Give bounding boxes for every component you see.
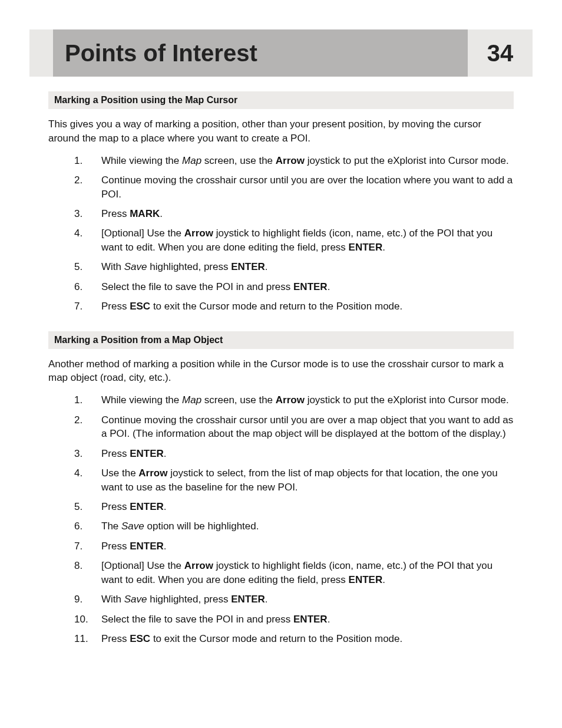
step-text: . <box>160 208 163 219</box>
step-item: 4.Use the Arrow joystick to select, from… <box>74 466 514 494</box>
step-text: ENTER <box>130 541 164 552</box>
step-text: to exit the Cursor mode and return to th… <box>150 633 402 644</box>
step-text: ENTER <box>130 448 164 459</box>
step-number: 3. <box>74 207 92 220</box>
step-text: . <box>328 614 330 625</box>
step-text: ENTER <box>349 574 383 585</box>
step-text: ENTER <box>349 242 383 253</box>
step-text: With <box>101 261 124 272</box>
step-number: 6. <box>74 280 92 294</box>
step-number: 5. <box>74 500 92 513</box>
step-text: option will be highlighted. <box>144 521 259 532</box>
step-text: Use the <box>101 467 138 479</box>
step-text: ESC <box>130 633 150 644</box>
step-text: screen, use the <box>201 394 276 406</box>
section-heading: Marking a Position from a Map Object <box>48 331 514 349</box>
step-text: . <box>382 242 385 253</box>
step-text: Map <box>182 394 201 406</box>
step-text: ENTER <box>231 261 265 272</box>
step-item: 7.Press ENTER. <box>74 539 514 553</box>
step-text: highlighted, press <box>147 594 231 605</box>
step-text: Press <box>101 633 130 644</box>
step-text: Map <box>182 155 201 166</box>
step-number: 4. <box>74 466 92 480</box>
step-text: Arrow <box>138 467 167 479</box>
step-text: ENTER <box>231 594 265 605</box>
step-number: 1. <box>74 154 92 167</box>
step-item: 8.[Optional] Use the Arrow joystick to h… <box>74 559 514 587</box>
step-text: Select the file to save the POI in and p… <box>101 614 293 625</box>
step-text: While viewing the <box>101 155 182 166</box>
step-text: highlighted, press <box>147 261 231 272</box>
step-text: . <box>265 594 268 605</box>
step-item: 2.Continue moving the crosshair cursor u… <box>74 413 514 441</box>
step-item: 6.Select the file to save the POI in and… <box>74 280 514 294</box>
step-list-0: 1.While viewing the Map screen, use the … <box>48 154 514 314</box>
step-text: screen, use the <box>201 155 276 166</box>
step-text: Press <box>101 448 130 459</box>
step-item: 5.Press ENTER. <box>74 500 514 513</box>
step-text: . <box>265 261 268 272</box>
step-text: Arrow <box>184 228 213 239</box>
step-item: 1.While viewing the Map screen, use the … <box>74 393 514 407</box>
step-text: While viewing the <box>101 394 182 406</box>
step-text: . <box>382 574 385 585</box>
section-heading: Marking a Position using the Map Cursor <box>48 91 514 109</box>
step-item: 6.The Save option will be highlighted. <box>74 519 514 533</box>
step-number: 5. <box>74 260 92 274</box>
step-text: [Optional] Use the <box>101 228 184 239</box>
step-text: Arrow <box>276 394 305 406</box>
step-text: Press <box>101 301 130 312</box>
step-number: 2. <box>74 413 92 427</box>
step-text: Continue moving the crosshair cursor unt… <box>101 174 513 199</box>
step-number: 7. <box>74 299 92 313</box>
step-text: joystick to put the eXplorist into Curso… <box>305 394 509 406</box>
step-item: 3.Press ENTER. <box>74 447 514 460</box>
step-item: 2.Continue moving the crosshair cursor u… <box>74 173 514 201</box>
step-text: Press <box>101 541 130 552</box>
content: Marking a Position using the Map Cursor … <box>29 91 533 646</box>
step-text: ENTER <box>130 501 164 512</box>
step-item: 9.With Save highlighted, press ENTER. <box>74 592 514 606</box>
step-text: Arrow <box>276 155 305 166</box>
step-text: ESC <box>130 301 150 312</box>
step-number: 1. <box>74 393 92 407</box>
step-text: Press <box>101 208 130 219</box>
step-text: . <box>164 541 167 552</box>
step-text: ENTER <box>293 614 328 625</box>
step-number: 2. <box>74 173 92 187</box>
step-number: 11. <box>74 632 92 645</box>
step-number: 7. <box>74 539 92 553</box>
section-intro: This gives you a way of marking a positi… <box>48 117 514 146</box>
step-text: MARK <box>130 208 160 219</box>
step-number: 8. <box>74 559 92 572</box>
page-header: Points of Interest 34 <box>29 29 533 77</box>
section-intro: Another method of marking a position whi… <box>48 357 514 386</box>
step-text: Save <box>121 521 144 532</box>
step-text: With <box>101 594 124 605</box>
step-number: 3. <box>74 447 92 460</box>
title-bar: Points of Interest <box>53 29 468 77</box>
step-text: Arrow <box>184 560 213 571</box>
page-title: Points of Interest <box>65 40 257 67</box>
step-item: 4.[Optional] Use the Arrow joystick to h… <box>74 226 514 254</box>
page-number-box: 34 <box>468 29 533 77</box>
page-number: 34 <box>487 40 514 67</box>
step-item: 11.Press ESC to exit the Cursor mode and… <box>74 632 514 645</box>
step-text: . <box>164 448 167 459</box>
step-text: to exit the Cursor mode and return to th… <box>150 301 402 312</box>
step-text: . <box>328 281 330 292</box>
title-row: Points of Interest 34 <box>29 29 533 77</box>
step-text: Save <box>124 594 147 605</box>
step-text: . <box>164 501 167 512</box>
step-item: 5.With Save highlighted, press ENTER. <box>74 260 514 274</box>
step-text: Continue moving the crosshair cursor unt… <box>101 414 513 439</box>
step-item: 10.Select the file to save the POI in an… <box>74 612 514 626</box>
step-text: joystick to put the eXplorist into Curso… <box>305 155 509 166</box>
step-item: 3.Press MARK. <box>74 207 514 220</box>
step-number: 10. <box>74 612 92 626</box>
step-number: 6. <box>74 519 92 533</box>
step-item: 7.Press ESC to exit the Cursor mode and … <box>74 299 514 313</box>
step-item: 1.While viewing the Map screen, use the … <box>74 154 514 167</box>
step-text: Select the file to save the POI in and p… <box>101 281 293 292</box>
